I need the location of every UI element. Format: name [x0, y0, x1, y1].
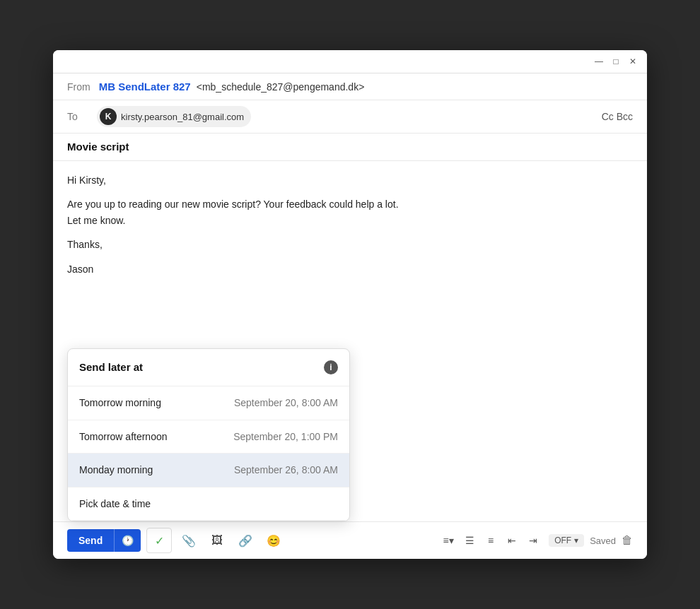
attach-button[interactable]: 📎 [177, 529, 200, 552]
option-time-monday-morning: September 26, 8:00 AM [234, 462, 338, 478]
maximize-button[interactable]: □ [610, 56, 622, 67]
emoji-button[interactable]: 😊 [262, 529, 285, 552]
check-icon: ✓ [155, 534, 164, 548]
from-label: From [67, 81, 91, 93]
body-signature: Jason [67, 261, 633, 277]
send-button-group: Send 🕐 [67, 529, 141, 552]
email-compose-window: — □ ✕ From MB SendLater 827 <mb_schedule… [53, 50, 647, 559]
window-controls: — □ ✕ [593, 56, 638, 67]
body-paragraph: Are you up to reading our new movie scri… [67, 196, 633, 228]
saved-label: Saved [590, 536, 616, 546]
option-name-monday-morning: Monday morning [79, 462, 153, 478]
trash-button[interactable]: 🗑 [622, 534, 633, 547]
option-tomorrow-morning[interactable]: Tomorrow morning September 20, 8:00 AM [68, 386, 349, 420]
link-button[interactable]: 🔗 [234, 529, 257, 552]
check-button[interactable]: ✓ [146, 528, 172, 553]
body-closing: Thanks, [67, 237, 633, 252]
from-email: <mb_schedule_827@pengemand.dk> [197, 81, 365, 93]
from-name: MB SendLater 827 [99, 81, 191, 93]
off-label: OFF [554, 536, 571, 545]
indent-left-button[interactable]: ⇤ [502, 531, 522, 550]
option-name-tomorrow-afternoon: Tomorrow afternoon [79, 429, 168, 444]
send-button[interactable]: Send [67, 529, 114, 552]
popup-title: Send later at [79, 359, 143, 376]
to-chip[interactable]: K kirsty.pearson_81@gmail.com [97, 106, 251, 127]
minimize-button[interactable]: — [593, 56, 605, 67]
send-clock-button[interactable]: 🕐 [114, 529, 141, 552]
option-tomorrow-afternoon[interactable]: Tomorrow afternoon September 20, 1:00 PM [68, 420, 349, 454]
toolbar: Send 🕐 ✓ 📎 🖼 🔗 😊 ≡▾ ☰ ≡ ⇤ ⇥ OFF ▾ Saved … [53, 521, 647, 559]
image-button[interactable]: 🖼 [206, 529, 228, 552]
from-row: From MB SendLater 827 <mb_schedule_827@p… [53, 73, 647, 100]
ordered-list-button[interactable]: ≡ [481, 531, 501, 550]
option-name-tomorrow-morning: Tomorrow morning [79, 395, 161, 410]
popup-header: Send later at i [68, 349, 349, 386]
info-icon[interactable]: i [324, 360, 338, 374]
bullet-list-button[interactable]: ☰ [460, 531, 479, 550]
option-time-tomorrow-morning: September 20, 8:00 AM [234, 395, 338, 410]
to-label: To [67, 111, 88, 122]
option-monday-morning[interactable]: Monday morning September 26, 8:00 AM [68, 454, 349, 487]
title-bar: — □ ✕ [53, 50, 647, 73]
option-pick-date[interactable]: Pick date & time [68, 487, 349, 521]
to-row: To K kirsty.pearson_81@gmail.com Cc Bcc [53, 100, 647, 134]
body-greeting: Hi Kirsty, [67, 172, 633, 188]
option-time-tomorrow-afternoon: September 20, 1:00 PM [233, 429, 338, 444]
send-later-popup: Send later at i Tomorrow morning Septemb… [67, 348, 350, 521]
avatar: K [100, 108, 117, 125]
off-chevron-icon: ▾ [574, 536, 578, 545]
subject-row: Movie script [53, 134, 647, 161]
off-badge[interactable]: OFF ▾ [549, 534, 584, 547]
to-email-chip: kirsty.pearson_81@gmail.com [121, 112, 244, 122]
close-button[interactable]: ✕ [627, 56, 638, 67]
body-area[interactable]: Hi Kirsty, Are you up to reading our new… [53, 161, 647, 521]
subject-text: Movie script [67, 141, 129, 153]
align-button[interactable]: ≡▾ [438, 531, 458, 550]
indent-right-button[interactable]: ⇥ [523, 531, 543, 550]
option-name-pick-date: Pick date & time [79, 496, 151, 512]
cc-bcc-button[interactable]: Cc Bcc [602, 111, 633, 122]
format-group: ≡▾ ☰ ≡ ⇤ ⇥ [438, 531, 543, 550]
toolbar-right: ≡▾ ☰ ≡ ⇤ ⇥ OFF ▾ Saved 🗑 [438, 531, 633, 550]
